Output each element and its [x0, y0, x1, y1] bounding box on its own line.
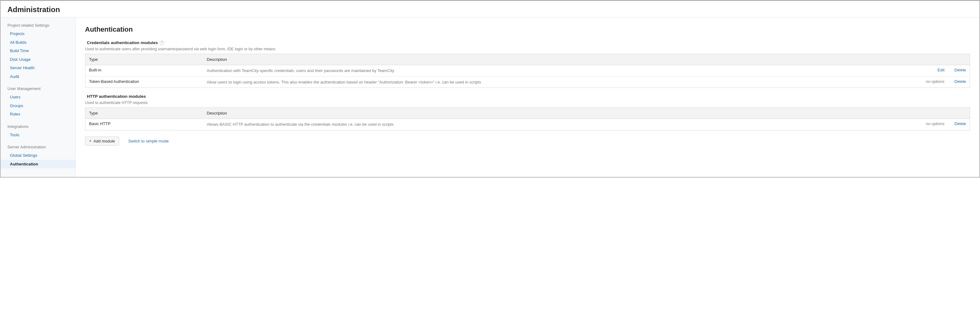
cell-desc: Allows BASIC HTTP authentication to auth… [203, 119, 920, 130]
cell-type: Built-in [85, 65, 203, 77]
sidebar-item[interactable]: Users [1, 93, 75, 102]
sidebar-group: IntegrationsTools [1, 124, 75, 139]
page-header: Administration [1, 1, 979, 18]
cell-action: Delete [948, 119, 970, 130]
cell-desc: Allow users to login using access tokens… [203, 77, 920, 88]
section-title-row: Credentials authentication modules? [85, 40, 970, 45]
cell-action: Delete [948, 65, 970, 77]
sidebar: Project-related SettingsProjectsAll Buil… [1, 18, 76, 177]
table-header-row: TypeDescription [85, 108, 970, 119]
sidebar-group-title: Integrations [1, 124, 75, 131]
delete-link[interactable]: Delete [954, 79, 966, 84]
help-icon[interactable]: ? [160, 41, 164, 45]
col-header-type: Type [85, 108, 203, 119]
sidebar-item[interactable]: Tools [1, 131, 75, 139]
sidebar-item[interactable]: Disk Usage [1, 55, 75, 64]
section-desc: Used to authenticate HTTP requests [85, 101, 970, 105]
sidebar-group: Project-related SettingsProjectsAll Buil… [1, 23, 75, 81]
plus-icon: + [89, 139, 92, 143]
actions-row: + Add module Switch to simple mode [85, 137, 970, 145]
sidebar-item[interactable]: Projects [1, 29, 75, 38]
sidebar-group-title: User Management [1, 86, 75, 93]
sidebar-item[interactable]: All Builds [1, 38, 75, 47]
sidebar-item[interactable]: Build Time [1, 46, 75, 55]
col-header-desc: Description [203, 54, 970, 65]
admin-page: Administration Project-related SettingsP… [1, 1, 979, 177]
content-title: Authentication [85, 26, 970, 34]
sections-container: Credentials authentication modules?Used … [85, 40, 970, 130]
sidebar-group: Server AdministrationGlobal SettingsAuth… [1, 145, 75, 168]
section-title: HTTP authentication modules [87, 94, 146, 99]
cell-opts: Edit [920, 65, 948, 77]
cell-desc: Authentication with TeamCity-specific cr… [203, 65, 920, 77]
cell-type: Token-Based Authentication [85, 77, 203, 88]
section-title-row: HTTP authentication modules [85, 94, 970, 99]
sidebar-item[interactable]: Audit [1, 72, 75, 81]
sidebar-item[interactable]: Server Health [1, 64, 75, 72]
cell-opts: no options [920, 119, 948, 130]
section-title: Credentials authentication modules [87, 40, 158, 45]
table-header-row: TypeDescription [85, 54, 970, 65]
page-title: Administration [8, 5, 972, 14]
cell-type: Basic HTTP [85, 119, 203, 130]
delete-link[interactable]: Delete [954, 68, 966, 72]
cell-opts: no options [920, 77, 948, 88]
auth-table: TypeDescriptionBasic HTTPAllows BASIC HT… [85, 107, 970, 130]
add-module-button[interactable]: + Add module [85, 137, 119, 145]
col-header-type: Type [85, 54, 203, 65]
auth-table: TypeDescriptionBuilt-inAuthentication wi… [85, 54, 970, 88]
table-row: Basic HTTPAllows BASIC HTTP authenticati… [85, 119, 970, 130]
delete-link[interactable]: Delete [954, 121, 966, 126]
table-row: Built-inAuthentication with TeamCity-spe… [85, 65, 970, 77]
col-header-desc: Description [203, 108, 970, 119]
switch-mode-link[interactable]: Switch to simple mode [129, 139, 169, 144]
sidebar-item[interactable]: Authentication [1, 160, 75, 169]
sidebar-item[interactable]: Global Settings [1, 151, 75, 160]
edit-link[interactable]: Edit [937, 68, 944, 72]
section-desc: Used to authenticate users after providi… [85, 47, 970, 51]
sidebar-group: User ManagementUsersGroupsRoles [1, 86, 75, 118]
add-module-label: Add module [93, 139, 115, 144]
main-content: Authentication Credentials authenticatio… [76, 18, 979, 177]
sidebar-item[interactable]: Groups [1, 102, 75, 110]
cell-action: Delete [948, 77, 970, 88]
sidebar-group-title: Server Administration [1, 145, 75, 151]
sidebar-item[interactable]: Roles [1, 110, 75, 118]
table-row: Token-Based AuthenticationAllow users to… [85, 77, 970, 88]
body-row: Project-related SettingsProjectsAll Buil… [1, 18, 979, 177]
sidebar-group-title: Project-related Settings [1, 23, 75, 29]
